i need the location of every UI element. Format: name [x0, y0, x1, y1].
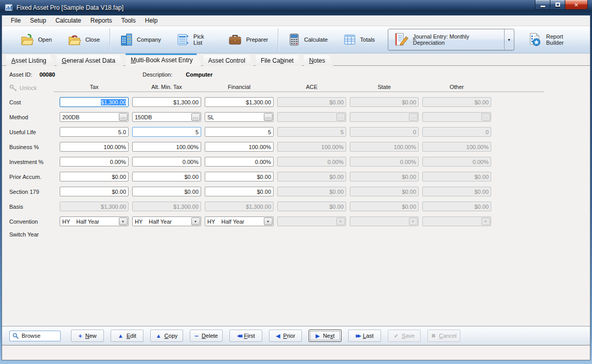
prior-accum-alt-min-tax-field[interactable]: $0.00 — [132, 172, 201, 181]
row-label-method: Method — [9, 114, 56, 120]
convention-financial-field[interactable]: HY Half Year▼ — [205, 216, 274, 226]
tab-file-cabinet[interactable]: File Cabinet — [256, 55, 302, 66]
title-bar[interactable]: Fixed Asset Pro [Sample Data V18.fap] ✕ — [0, 0, 592, 15]
preparer-button[interactable]: Preparer — [220, 30, 276, 49]
field-value: 0 — [413, 129, 416, 135]
method-other-field: ... — [422, 112, 491, 122]
menu-calculate[interactable]: Calculate — [51, 16, 86, 25]
ellipsis-button[interactable]: ... — [119, 113, 128, 121]
useful-life-other-field: 0 — [422, 127, 491, 137]
description-value: Computer — [186, 71, 212, 78]
ellipsis-button: ... — [481, 113, 490, 121]
menu-file[interactable]: File — [6, 16, 25, 25]
basis-other-field: $0.00 — [422, 202, 491, 211]
section-179-tax-field[interactable]: $0.00 — [60, 187, 129, 196]
asset-id-label: Asset ID: — [9, 71, 32, 78]
convention-alt-min-tax-field[interactable]: HY Half Year▼ — [132, 216, 201, 226]
business-tax-field[interactable]: 100.00% — [60, 142, 129, 152]
section-179-financial-field[interactable]: $0.00 — [205, 187, 274, 196]
calculate-button[interactable]: Calculate — [280, 30, 335, 49]
save-button: ✔Save — [388, 330, 421, 342]
investment-alt-min-tax-field[interactable]: 0.00% — [132, 157, 201, 167]
pick-list-button[interactable]: Pick List — [169, 30, 220, 49]
column-header-alt-min-tax: Alt. Min. Tax — [132, 84, 201, 92]
next-button[interactable]: ▶Next — [309, 330, 342, 342]
menu-tools[interactable]: Tools — [117, 16, 140, 25]
method-alt-min-tax-field[interactable]: 150DB... — [132, 112, 201, 122]
copy-button[interactable]: ▲Copy — [150, 330, 183, 342]
convention-ace-field: ▼ — [277, 216, 346, 226]
useful-life-tax-field[interactable]: 5.0 — [60, 127, 129, 137]
browse-field[interactable]: Browse — [9, 331, 61, 341]
toolbar-separator — [110, 28, 110, 51]
company-label: Company — [137, 37, 161, 43]
business-financial-field[interactable]: 100.00% — [205, 142, 274, 152]
prior-button[interactable]: ◀Prior — [269, 330, 302, 342]
dropdown-arrow-icon[interactable]: ▼ — [119, 217, 128, 225]
journal-entry-button[interactable]: Journal Entry: Monthly Depreciation ▼ — [388, 29, 514, 50]
ellipsis-button[interactable]: ... — [264, 113, 273, 121]
plus-icon: + — [78, 333, 82, 339]
cost-financial-field[interactable]: $1,300.00 — [205, 97, 274, 107]
investment-financial-field[interactable]: 0.00% — [205, 157, 274, 167]
column-header-state: State — [350, 84, 419, 92]
useful-life-financial-field[interactable]: 5 — [205, 127, 274, 137]
search-icon — [12, 333, 19, 339]
totals-button[interactable]: Totals — [335, 30, 383, 49]
prior-accum-financial-field[interactable]: $0.00 — [205, 172, 274, 181]
useful-life-alt-min-tax-field[interactable]: 5 — [132, 127, 201, 137]
asset-id-value: 00080 — [40, 71, 56, 78]
business-state-field: 100.00% — [350, 142, 419, 152]
field-value: 0.00% — [473, 159, 489, 165]
delete-button[interactable]: −Delete — [190, 330, 223, 342]
left-arrow-icon: ◀ — [276, 333, 280, 339]
convention-other-field: ▼ — [422, 216, 491, 226]
close-file-button[interactable]: Close — [60, 30, 107, 49]
basis-alt-min-tax-field: $1,300.00 — [132, 202, 201, 211]
tab-general-asset-data[interactable]: General Asset Data — [57, 55, 123, 66]
tab-multi-book-asset-entry[interactable]: Multi-Book Asset Entry — [125, 53, 201, 66]
journal-entry-dropdown[interactable]: ▼ — [504, 29, 514, 50]
tab-notes[interactable]: Notes — [304, 55, 333, 66]
dropdown-arrow-icon[interactable]: ▼ — [191, 217, 200, 225]
maximize-button[interactable] — [550, 0, 565, 10]
main-toolbar: Open Close Company Pick List — [2, 26, 590, 53]
investment-tax-field[interactable]: 0.00% — [60, 157, 129, 167]
new-button[interactable]: +New — [71, 330, 104, 342]
pick-list-label: Pick List — [193, 33, 212, 46]
status-bar — [2, 345, 590, 360]
cost-alt-min-tax-field[interactable]: $1,300.00 — [132, 97, 201, 107]
convention-state-field: ▼ — [350, 216, 419, 226]
save-label: Save — [402, 333, 415, 339]
company-button[interactable]: Company — [112, 30, 169, 50]
field-value: $1,300.00 — [173, 99, 199, 105]
menu-reports[interactable]: Reports — [86, 16, 117, 25]
ellipsis-button: ... — [409, 113, 418, 121]
cost-ace-field: $0.00 — [277, 97, 346, 107]
close-button[interactable]: ✕ — [565, 0, 588, 10]
open-button[interactable]: Open — [12, 30, 60, 49]
dropdown-arrow-icon[interactable]: ▼ — [264, 217, 273, 225]
edit-button[interactable]: ▲Edit — [111, 330, 143, 342]
cost-tax-field[interactable]: $1,300.00 — [60, 97, 129, 107]
business-alt-min-tax-field[interactable]: 100.00% — [132, 142, 201, 152]
preparer-label: Preparer — [246, 37, 268, 43]
report-builder-icon — [528, 32, 542, 47]
report-builder-button[interactable]: Report Builder — [522, 29, 586, 50]
field-value: $0.00 — [402, 99, 416, 105]
pick-list-icon — [176, 33, 190, 46]
menu-setup[interactable]: Setup — [25, 16, 50, 25]
convention-tax-field[interactable]: HY Half Year▼ — [60, 216, 129, 226]
section-179-alt-min-tax-field[interactable]: $0.00 — [132, 187, 201, 196]
method-tax-field[interactable]: 200DB... — [60, 112, 129, 122]
menu-help[interactable]: Help — [140, 16, 163, 25]
method-financial-field[interactable]: SL... — [205, 112, 274, 122]
field-value: 100.00% — [249, 144, 271, 150]
tab-asset-listing[interactable]: Asset Listing — [6, 55, 55, 66]
minimize-button[interactable] — [535, 0, 550, 10]
tab-asset-control[interactable]: Asset Control — [203, 55, 254, 66]
first-button[interactable]: ◀◀First — [229, 330, 262, 342]
prior-accum-tax-field[interactable]: $0.00 — [60, 172, 129, 181]
last-button[interactable]: ▶▶Last — [348, 330, 381, 342]
ellipsis-button[interactable]: ... — [191, 113, 200, 121]
